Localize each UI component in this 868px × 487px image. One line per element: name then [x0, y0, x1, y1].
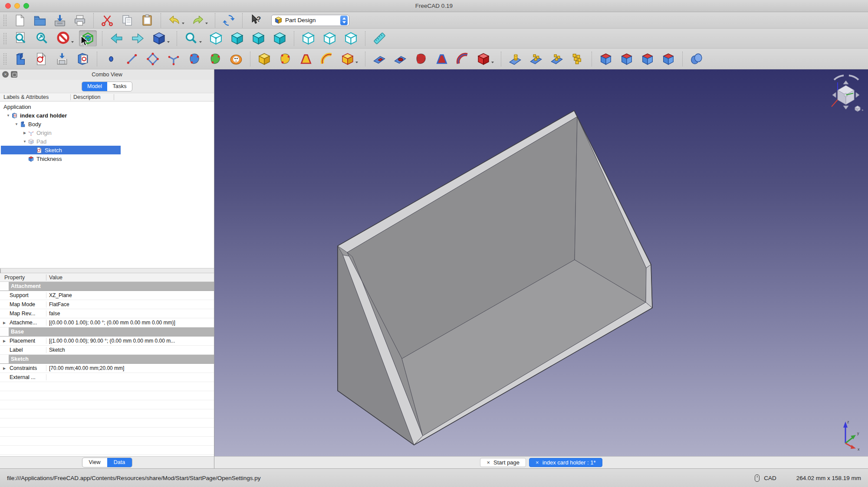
column-value[interactable]: Value [46, 275, 62, 281]
fit-all-button[interactable] [12, 30, 30, 46]
fit-selection-button[interactable] [33, 30, 51, 46]
fillet-button[interactable] [597, 51, 615, 67]
view-left-button[interactable] [342, 30, 360, 46]
model-index-card-holder[interactable] [214, 69, 868, 456]
dropdown-chevron-icon[interactable] [167, 41, 170, 43]
pad-button[interactable] [256, 51, 273, 67]
tab-model[interactable]: Model [82, 82, 107, 91]
close-panel-button[interactable]: × [2, 71, 9, 78]
create-sketch-button[interactable] [33, 51, 50, 67]
nav-mini-cube-icon[interactable] [855, 106, 864, 111]
model-solid[interactable] [338, 111, 652, 445]
subtractive-pipe-button[interactable] [454, 51, 471, 67]
collapse-arrow-icon[interactable]: ▼ [13, 122, 20, 126]
dropdown-chevron-icon[interactable] [355, 62, 358, 63]
paste-button[interactable] [139, 13, 155, 28]
nav-arrow-right-icon[interactable] [856, 92, 859, 98]
create-datum-point-button[interactable] [102, 51, 120, 67]
view-right-button[interactable] [271, 30, 289, 46]
copy-button[interactable] [119, 13, 135, 28]
navigation-style[interactable]: CAD [764, 475, 776, 481]
mirrored-button[interactable] [506, 51, 524, 67]
pocket-button[interactable] [371, 51, 388, 67]
create-subshape-binder-button[interactable] [186, 51, 203, 67]
additive-loft-button[interactable] [297, 51, 315, 67]
property-row-external-[interactable]: External ... [0, 373, 214, 382]
nav-arrow-left-icon[interactable] [832, 92, 836, 98]
thickness-button[interactable] [660, 51, 677, 67]
float-panel-button[interactable] [11, 71, 17, 78]
measure-distance-button[interactable] [371, 30, 388, 46]
toolbar-grip[interactable] [3, 53, 7, 65]
close-tab-icon[interactable]: × [536, 459, 539, 466]
property-value[interactable]: [(1.00 0.00 0.00); 90.00 °; (0.00 mm 0.0… [46, 338, 214, 344]
save-document-button[interactable] [52, 13, 68, 28]
undo-button[interactable] [166, 13, 186, 28]
dropdown-chevron-icon[interactable] [205, 23, 208, 24]
draft-button[interactable] [639, 51, 656, 67]
property-row-constraints[interactable]: ▶Constraints[70.00 mm;40.00 mm;20.00 mm] [0, 364, 214, 373]
draw-style-button[interactable] [54, 30, 76, 46]
view-rear-button[interactable] [299, 30, 317, 46]
cut-button[interactable] [99, 13, 115, 28]
panel-splitter[interactable] [0, 268, 214, 273]
tree-item-index-card-holder[interactable]: ▼index card holder [0, 111, 214, 120]
document-tab-index-card-holder-1-[interactable]: ×index card holder : 1* [529, 458, 602, 467]
create-clone-button[interactable] [227, 51, 245, 67]
multitransform-button[interactable] [569, 51, 586, 67]
collapse-arrow-icon[interactable]: ▼ [5, 114, 11, 118]
navigation-cube[interactable] [829, 72, 864, 114]
dropdown-chevron-icon[interactable] [199, 41, 202, 43]
expand-property-icon[interactable]: ▶ [0, 321, 9, 325]
rotate-right-icon[interactable] [849, 75, 858, 80]
mouse-navigation-icon[interactable] [755, 474, 760, 482]
property-value[interactable]: Sketch [46, 347, 214, 353]
create-local-coordinate-system-button[interactable] [165, 51, 182, 67]
3d-viewport[interactable]: z y x [214, 69, 868, 456]
create-datum-line-button[interactable] [123, 51, 141, 67]
view-top-button[interactable] [250, 30, 267, 46]
polar-pattern-button[interactable] [548, 51, 566, 67]
subtractive-loft-button[interactable] [433, 51, 450, 67]
document-tab-start-page[interactable]: ×Start page [480, 458, 526, 467]
additive-pipe-button[interactable] [318, 51, 335, 67]
navigate-forward-button[interactable] [129, 30, 147, 46]
groove-button[interactable] [412, 51, 430, 67]
workbench-stepper-icon[interactable] [340, 16, 348, 25]
expand-arrow-icon[interactable]: ▶ [22, 131, 28, 135]
tab-view[interactable]: View [82, 458, 107, 467]
property-value[interactable]: [70.00 mm;40.00 mm;20.00 mm] [46, 365, 214, 371]
boolean-operation-button[interactable] [688, 51, 705, 67]
validate-sketch-button[interactable] [74, 51, 92, 67]
linear-pattern-button[interactable] [527, 51, 545, 67]
property-row-map-rev-[interactable]: Map Rev...false [0, 309, 214, 318]
toolbar-grip[interactable] [3, 33, 7, 44]
redo-button[interactable] [190, 13, 210, 28]
tree-item-body[interactable]: ▼Body [0, 120, 214, 128]
subtractive-primitive-button[interactable] [475, 51, 496, 67]
tree-item-thickness[interactable]: Thickness [0, 154, 214, 163]
hole-button[interactable] [391, 51, 409, 67]
whats-this-button[interactable] [248, 13, 264, 28]
property-row-support[interactable]: SupportXZ_Plane [0, 291, 214, 300]
additive-primitive-button[interactable] [339, 51, 360, 67]
map-sketch-to-face-button[interactable] [53, 51, 71, 67]
create-shape-binder-button[interactable] [207, 51, 224, 67]
property-value[interactable]: [(0.00 0.00 1.00); 0.00 °; (0.00 mm 0.00… [46, 320, 214, 326]
view-front-button[interactable] [228, 30, 246, 46]
title-bar[interactable]: FreeCAD 0.19 [0, 0, 868, 12]
tab-data[interactable]: Data [107, 458, 132, 467]
create-body-button[interactable] [12, 51, 29, 67]
expand-property-icon[interactable]: ▶ [0, 366, 9, 370]
tree-item-application[interactable]: Application [0, 102, 214, 111]
dropdown-chevron-icon[interactable] [491, 62, 494, 63]
view-bottom-button[interactable] [321, 30, 339, 46]
property-row-placement[interactable]: ▶Placement[(1.00 0.00 0.00); 90.00 °; (0… [0, 337, 214, 346]
new-document-button[interactable] [12, 13, 28, 28]
dropdown-chevron-icon[interactable] [71, 41, 74, 43]
collapse-arrow-icon[interactable]: ▼ [22, 140, 28, 144]
view-axonometric-button[interactable] [207, 30, 225, 46]
nav-arrow-down-icon[interactable] [843, 106, 848, 109]
property-row-label[interactable]: LabelSketch [0, 346, 214, 355]
zoom-tools-button[interactable] [182, 30, 204, 46]
